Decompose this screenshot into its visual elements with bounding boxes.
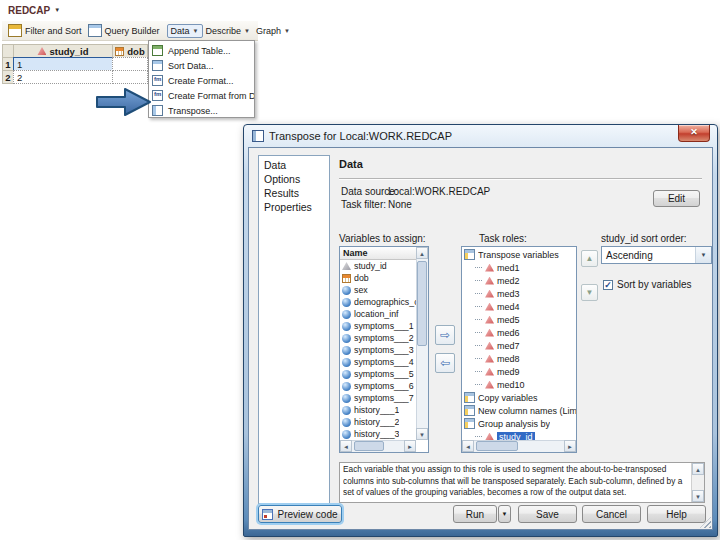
scroll-down-icon[interactable]: ▼ (692, 490, 704, 502)
variable-item[interactable]: symptoms___5 (340, 368, 416, 380)
grid-cell[interactable]: 2 (13, 70, 113, 84)
menu-item-transpose[interactable]: Transpose... (149, 103, 254, 118)
move-right-button[interactable]: ⇨ (435, 325, 455, 345)
variable-item[interactable]: history___3 (340, 428, 416, 440)
scrollbar-thumb[interactable] (476, 441, 518, 451)
date-variable-icon (115, 47, 124, 56)
horizontal-scrollbar[interactable]: ◄ ► (462, 440, 576, 452)
tree-item-med[interactable]: med2 (462, 274, 576, 287)
data-menu-button[interactable]: Data ▼ (167, 24, 203, 38)
move-up-button[interactable]: ▲ (581, 250, 598, 267)
variable-item[interactable]: symptoms___7 (340, 392, 416, 404)
variable-item[interactable]: history___2 (340, 416, 416, 428)
help-button[interactable]: Help (647, 505, 706, 523)
name-column-header[interactable]: Name (340, 247, 416, 260)
character-variable-icon (485, 368, 494, 376)
scrollbar-thumb[interactable] (354, 441, 384, 451)
tree-item-med[interactable]: med8 (462, 352, 576, 365)
chevron-down-icon: ▼ (193, 28, 199, 34)
move-left-button[interactable]: ⇦ (435, 353, 455, 373)
scroll-up-icon[interactable]: ▲ (416, 247, 428, 259)
menu-item-create-format[interactable]: Create Format... (149, 73, 254, 88)
tree-item-med[interactable]: med10 (462, 378, 576, 391)
transpose-window-icon (252, 130, 264, 142)
transpose-icon (152, 105, 163, 116)
nav-item-data[interactable]: Data (259, 158, 329, 172)
variable-item[interactable]: symptoms___1 (340, 320, 416, 332)
sort-order-dropdown[interactable]: Ascending ▼ (601, 246, 712, 264)
variable-item[interactable]: symptoms___3 (340, 344, 416, 356)
scroll-left-icon[interactable]: ◄ (462, 440, 474, 452)
graph-menu-button[interactable]: Graph ▼ (253, 25, 293, 37)
tree-connector (475, 436, 482, 437)
save-button[interactable]: Save (518, 505, 577, 523)
role-icon (464, 249, 475, 260)
arrow-down-icon: ▼ (586, 288, 594, 297)
move-down-button[interactable]: ▼ (581, 284, 598, 301)
column-header-study-id[interactable]: study_id (13, 44, 113, 58)
scroll-down-icon[interactable]: ▼ (416, 428, 428, 440)
chevron-down-icon: ▼ (54, 7, 60, 13)
run-options-button[interactable]: ▼ (498, 505, 511, 523)
grid-cell-empty[interactable] (112, 70, 148, 84)
edit-button[interactable]: Edit (653, 190, 700, 207)
variable-item[interactable]: symptoms___6 (340, 380, 416, 392)
variable-item[interactable]: symptoms___4 (340, 356, 416, 368)
grid-cell-empty[interactable] (112, 57, 148, 71)
description-scrollbar[interactable]: ▲ ▼ (691, 463, 704, 502)
checkbox-checked-icon[interactable]: ✓ (603, 280, 613, 290)
nav-item-results[interactable]: Results (259, 186, 329, 200)
tree-role-new-column-names[interactable]: New column names (Limit... (462, 404, 576, 417)
query-builder-button[interactable]: Query Builder (85, 23, 163, 38)
filter-sort-icon (8, 24, 22, 37)
tree-connector (475, 332, 482, 333)
tree-item-med[interactable]: med3 (462, 287, 576, 300)
dataset-tab[interactable]: REDCAP ▼ (8, 3, 60, 17)
preview-code-button[interactable]: Preview code (258, 505, 342, 523)
tree-item-med[interactable]: med5 (462, 313, 576, 326)
tree-item-med[interactable]: med6 (462, 326, 576, 339)
tree-item-med[interactable]: med1 (462, 261, 576, 274)
append-table-icon (152, 45, 163, 56)
horizontal-scrollbar[interactable]: ◄ ► (340, 440, 416, 452)
dialog-title-bar[interactable]: Transpose for Local:WORK.REDCAP (248, 125, 713, 147)
variable-item[interactable]: sex (340, 284, 416, 296)
tree-item-med[interactable]: med7 (462, 339, 576, 352)
menu-item-append-table[interactable]: Append Table... (149, 43, 254, 58)
nav-item-options[interactable]: Options (259, 172, 329, 186)
variable-item[interactable]: history___1 (340, 404, 416, 416)
close-button[interactable]: ✕ (678, 125, 710, 142)
scroll-up-icon[interactable]: ▲ (692, 463, 704, 475)
tree-item-study-id-selected[interactable]: study_id (462, 430, 576, 440)
filter-and-sort-button[interactable]: Filter and Sort (5, 23, 85, 38)
tree-role-group-analysis-by[interactable]: Group analysis by (462, 417, 576, 430)
dialog-nav-list: Data Options Results Properties (258, 155, 330, 504)
scroll-right-icon[interactable]: ► (404, 440, 416, 452)
variable-item[interactable]: dob (340, 272, 416, 284)
scroll-right-icon[interactable]: ► (564, 440, 576, 452)
variable-item[interactable]: demographics_comple (340, 296, 416, 308)
grid-cell-selected[interactable]: 1 (13, 57, 113, 71)
scrollbar-thumb[interactable] (417, 261, 427, 346)
vertical-scrollbar[interactable]: ▲ ▼ (416, 247, 428, 440)
column-header-dob[interactable]: dob (112, 44, 148, 58)
tree-role-copy-variables[interactable]: Copy variables (462, 391, 576, 404)
variable-item[interactable]: location_inf (340, 308, 416, 320)
menu-item-create-format-from-data[interactable]: Create Format from Da (149, 88, 254, 103)
variable-item[interactable]: symptoms___2 (340, 332, 416, 344)
tree-connector (475, 358, 482, 359)
tree-item-med[interactable]: med4 (462, 300, 576, 313)
chevron-down-icon: ▼ (502, 511, 508, 517)
run-button[interactable]: Run (453, 505, 497, 523)
cancel-button[interactable]: Cancel (582, 505, 641, 523)
tree-item-med[interactable]: med9 (462, 365, 576, 378)
describe-menu-button[interactable]: Describe ▼ (203, 25, 253, 37)
sort-by-variables-option[interactable]: ✓ Sort by variables (603, 279, 691, 290)
query-builder-icon (88, 24, 102, 37)
scroll-left-icon[interactable]: ◄ (340, 440, 352, 452)
tree-role-transpose-variables[interactable]: Transpose variables (462, 248, 576, 261)
section-heading: Data (339, 158, 363, 170)
menu-item-sort-data[interactable]: Sort Data... (149, 58, 254, 73)
nav-item-properties[interactable]: Properties (259, 200, 329, 214)
variable-item[interactable]: study_id (340, 260, 416, 272)
